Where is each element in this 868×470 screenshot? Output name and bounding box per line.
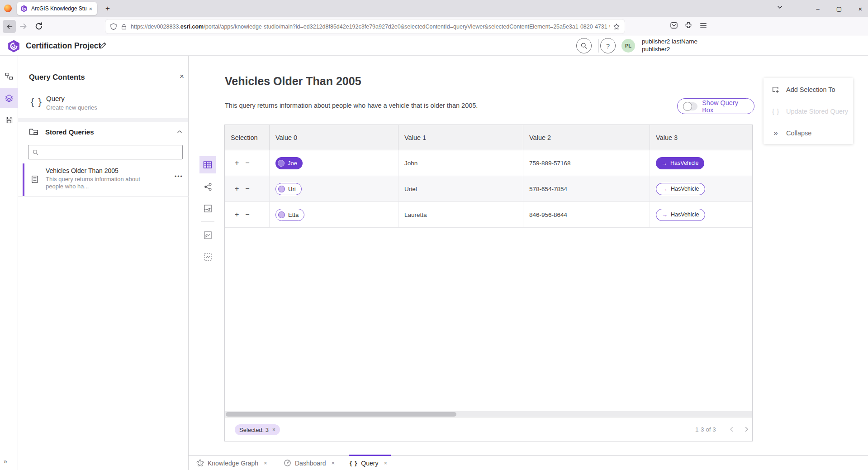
- column-header[interactable]: Value 0: [270, 125, 398, 150]
- window-minimize-button[interactable]: –: [810, 3, 825, 14]
- relationship-pill[interactable]: →HasVehicle: [656, 209, 705, 221]
- stored-query-title: Vehicles Older Than 2005: [46, 167, 119, 174]
- entity-pill[interactable]: Joe: [275, 157, 303, 169]
- show-query-box-label: Show Query Box: [702, 99, 749, 114]
- stored-queries-header[interactable]: Stored Queries: [18, 122, 188, 141]
- layers-icon[interactable]: [5, 94, 13, 102]
- next-page-chevron-icon[interactable]: [743, 426, 750, 433]
- new-tab-button[interactable]: +: [102, 3, 113, 14]
- chevron-up-icon[interactable]: [176, 129, 183, 135]
- tab-dashboard[interactable]: Dashboard ×: [284, 456, 335, 470]
- lock-icon[interactable]: [121, 24, 127, 30]
- link-chart-view-button[interactable]: [199, 178, 216, 195]
- table-row[interactable]: + − Joe John 759-889-57168 →HasVehicle: [225, 150, 752, 176]
- firefox-logo-icon[interactable]: [4, 5, 12, 12]
- entity-pill[interactable]: Etta: [275, 209, 304, 221]
- add-selection-to-menu-item[interactable]: Add Selection To: [764, 79, 853, 101]
- tab-knowledge-graph[interactable]: Knowledge Graph ×: [196, 456, 267, 470]
- search-button[interactable]: [576, 38, 592, 53]
- tab-close-icon[interactable]: ×: [87, 5, 94, 12]
- user-username: publisher2: [642, 45, 697, 53]
- update-stored-query-menu-item: { } Update Stored Query: [764, 101, 853, 122]
- column-header[interactable]: Value 2: [523, 125, 650, 150]
- bookmark-star-icon[interactable]: [613, 23, 620, 30]
- window-maximize-button[interactable]: ▢: [831, 3, 847, 14]
- map-view-button[interactable]: [199, 200, 216, 217]
- query-create-item[interactable]: { } Query Create new queries: [18, 89, 188, 118]
- edit-title-button[interactable]: [99, 41, 107, 50]
- close-tab-icon[interactable]: ×: [332, 460, 335, 466]
- relationship-pill[interactable]: →HasVehicle: [656, 157, 704, 169]
- close-tab-icon[interactable]: ×: [384, 460, 387, 466]
- entity-dot-icon: [278, 186, 285, 192]
- toolbar-divider: [201, 221, 214, 222]
- close-tab-icon[interactable]: ×: [264, 460, 267, 466]
- remove-from-selection-icon[interactable]: −: [245, 159, 249, 167]
- extensions-icon[interactable]: [684, 21, 693, 29]
- shield-icon[interactable]: [110, 23, 117, 30]
- save-icon[interactable]: [5, 116, 13, 124]
- remove-from-selection-icon[interactable]: −: [245, 211, 249, 218]
- column-header[interactable]: Value 1: [398, 125, 523, 150]
- collapse-menu-item[interactable]: » Collapse: [764, 122, 853, 144]
- list-tabs-chevron-icon[interactable]: [776, 4, 783, 11]
- content-tab-bar: Knowledge Graph × Dashboard × { } Query …: [189, 455, 868, 470]
- back-button[interactable]: [3, 20, 16, 33]
- previous-page-chevron-icon[interactable]: [728, 426, 735, 433]
- left-rail: »: [0, 56, 18, 470]
- hamburger-menu-icon[interactable]: [699, 21, 707, 29]
- show-query-box-toggle[interactable]: Show Query Box: [677, 98, 754, 114]
- url-bar[interactable]: https://dev0028833.esri.com/portal/apps/…: [105, 19, 625, 34]
- stored-query-item[interactable]: Vehicles Older Than 2005 This query retu…: [18, 163, 188, 196]
- pocket-icon[interactable]: [670, 21, 678, 29]
- query-item-title: Query: [46, 95, 65, 102]
- panel-title: Query Contents: [29, 73, 85, 82]
- avatar[interactable]: PL: [621, 39, 635, 53]
- search-input[interactable]: [43, 149, 179, 156]
- add-to-selection-icon[interactable]: +: [235, 211, 239, 218]
- user-menu[interactable]: publisher2 lastName publisher2: [642, 38, 697, 53]
- scrollbar-thumb[interactable]: [226, 412, 456, 417]
- panel-close-icon[interactable]: ×: [177, 72, 186, 81]
- item-overflow-menu-icon[interactable]: •••: [175, 173, 183, 180]
- stored-queries-title: Stored Queries: [45, 128, 94, 136]
- selected-count-chip[interactable]: Selected: 3 ×: [235, 424, 280, 435]
- app-window: ArcGIS Knowledge Studio × + – ▢ ×: [0, 0, 868, 470]
- browser-tab[interactable]: ArcGIS Knowledge Studio ×: [17, 2, 97, 15]
- remove-from-selection-icon[interactable]: −: [245, 185, 249, 192]
- column-header[interactable]: Value 3: [650, 125, 752, 150]
- toggle-knob[interactable]: [683, 102, 692, 111]
- stored-query-description: This query returns information about peo…: [46, 176, 151, 190]
- column-header[interactable]: Selection: [225, 125, 270, 150]
- tab-query[interactable]: { } Query ×: [350, 456, 387, 470]
- query-results-table: Selection Value 0 Value 1 Value 2 Value …: [224, 125, 753, 441]
- pagination-label: 1-3 of 3: [695, 426, 716, 433]
- table-row[interactable]: + − Etta Lauretta 846-956-8644 →HasVehic…: [225, 202, 752, 228]
- relationship-pill[interactable]: →HasVehicle: [656, 183, 705, 195]
- entity-pill[interactable]: Uri: [275, 183, 302, 195]
- selection-map-view-button[interactable]: [199, 248, 216, 265]
- help-button[interactable]: ?: [600, 38, 616, 53]
- add-to-selection-icon[interactable]: +: [235, 185, 239, 192]
- stored-queries-search[interactable]: [28, 145, 183, 159]
- add-selection-icon: [772, 86, 780, 94]
- table-view-button[interactable]: [199, 156, 216, 173]
- add-to-selection-icon[interactable]: +: [235, 159, 239, 167]
- table-row[interactable]: + − Uri Uriel 578-654-7854 →HasVehicle: [225, 176, 752, 202]
- expand-rail-chevrons-icon[interactable]: »: [4, 458, 7, 465]
- tab-favicon-icon: [20, 5, 28, 12]
- cell-value: 578-654-7854: [523, 176, 650, 201]
- table-footer: Selected: 3 × 1-3 of 3: [225, 417, 752, 441]
- browser-toolbar: https://dev0028833.esri.com/portal/apps/…: [0, 17, 868, 36]
- toggle-track[interactable]: [683, 102, 697, 110]
- horizontal-scrollbar[interactable]: [225, 411, 752, 417]
- data-model-icon[interactable]: [5, 72, 13, 80]
- add-to-map-view-button[interactable]: [199, 226, 216, 244]
- search-icon: [580, 42, 588, 49]
- forward-button[interactable]: [19, 22, 28, 31]
- arrow-right-icon: →: [662, 211, 668, 218]
- clear-selection-icon[interactable]: ×: [272, 427, 275, 433]
- window-close-button[interactable]: ×: [853, 3, 868, 14]
- tab-title: ArcGIS Knowledge Studio: [31, 5, 87, 12]
- reload-button[interactable]: [34, 22, 43, 31]
